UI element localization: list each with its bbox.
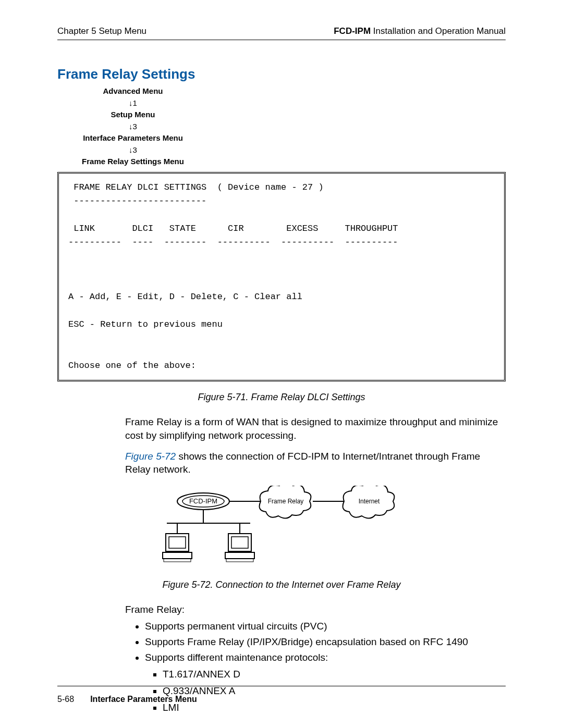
terminal-esc: ESC - Return to previous menu bbox=[68, 319, 223, 329]
footer-section: Interface Parameters Menu bbox=[90, 695, 197, 704]
section-title: Frame Relay Settings bbox=[57, 66, 506, 82]
body-text: Frame Relay is a form of WAN that is des… bbox=[125, 415, 506, 476]
list-item: Supports permanent virtual circuits (PVC… bbox=[145, 621, 506, 632]
terminal-prompt: Choose one of the above: bbox=[68, 361, 196, 371]
terminal-line: FRAME RELAY DLCI SETTINGS ( Device name … bbox=[68, 182, 324, 192]
breadcrumb-arrow: ↓3 bbox=[73, 121, 193, 133]
svg-rect-10 bbox=[163, 552, 192, 559]
breadcrumb-item: Advanced Menu bbox=[73, 85, 193, 97]
figure-caption-2: Figure 5-72. Connection to the Internet … bbox=[57, 579, 506, 590]
diagram-node-internet: Internet bbox=[359, 498, 380, 505]
list-item: T1.617/ANNEX D bbox=[163, 669, 506, 680]
svg-rect-14 bbox=[225, 552, 254, 559]
terminal-line: ------------------------- bbox=[68, 196, 206, 206]
header-right-rest: Installation and Operation Manual bbox=[371, 26, 506, 36]
breadcrumb-item: Frame Relay Settings Menu bbox=[73, 156, 193, 168]
list-item-text: Supports different maintenance protocols… bbox=[145, 652, 328, 663]
figure-caption-1: Figure 5-71. Frame Relay DLCI Settings bbox=[57, 392, 506, 403]
breadcrumb-item: Interface Parameters Menu bbox=[73, 132, 193, 144]
page-header: Chapter 5 Setup Menu FCD-IPM Installatio… bbox=[57, 26, 506, 40]
breadcrumb-arrow: ↓1 bbox=[73, 97, 193, 109]
network-diagram: FCD-IPM Frame Relay Internet bbox=[156, 486, 407, 569]
svg-rect-13 bbox=[231, 537, 248, 548]
figure-crossref-link[interactable]: Figure 5-72 bbox=[125, 451, 176, 462]
menu-breadcrumb: Advanced Menu ↓1 Setup Menu ↓3 Interface… bbox=[73, 85, 193, 168]
terminal-commands: A - Add, E - Edit, D - Delete, C - Clear… bbox=[68, 292, 302, 302]
diagram-node-framerelay: Frame Relay bbox=[268, 498, 304, 505]
list-intro: Frame Relay: bbox=[125, 603, 506, 616]
header-right-bold: FCD-IPM bbox=[334, 26, 371, 36]
svg-rect-9 bbox=[169, 537, 186, 548]
paragraph: Frame Relay is a form of WAN that is des… bbox=[125, 415, 506, 442]
page-number: 5-68 bbox=[57, 695, 74, 704]
page-footer: 5-68 Interface Parameters Menu bbox=[57, 686, 506, 704]
breadcrumb-arrow: ↓3 bbox=[73, 144, 193, 156]
terminal-line: ---------- ---- -------- ---------- ----… bbox=[68, 237, 398, 247]
computer-icon bbox=[163, 534, 192, 562]
computer-icon bbox=[225, 534, 254, 562]
paragraph: Figure 5-72 shows the connection of FCD-… bbox=[125, 450, 506, 476]
header-left: Chapter 5 Setup Menu bbox=[57, 26, 146, 36]
header-right: FCD-IPM Installation and Operation Manua… bbox=[334, 26, 506, 36]
paragraph-rest: shows the connection of FCD-IPM to Inter… bbox=[125, 451, 480, 475]
diagram-node-fcdipm: FCD-IPM bbox=[189, 497, 217, 505]
list-item: Supports Frame Relay (IP/IPX/Bridge) enc… bbox=[145, 636, 506, 648]
terminal-screen: FRAME RELAY DLCI SETTINGS ( Device name … bbox=[57, 172, 506, 382]
terminal-columns: LINK DLCI STATE CIR EXCESS THROUGHPUT bbox=[68, 224, 398, 233]
breadcrumb-item: Setup Menu bbox=[73, 109, 193, 121]
